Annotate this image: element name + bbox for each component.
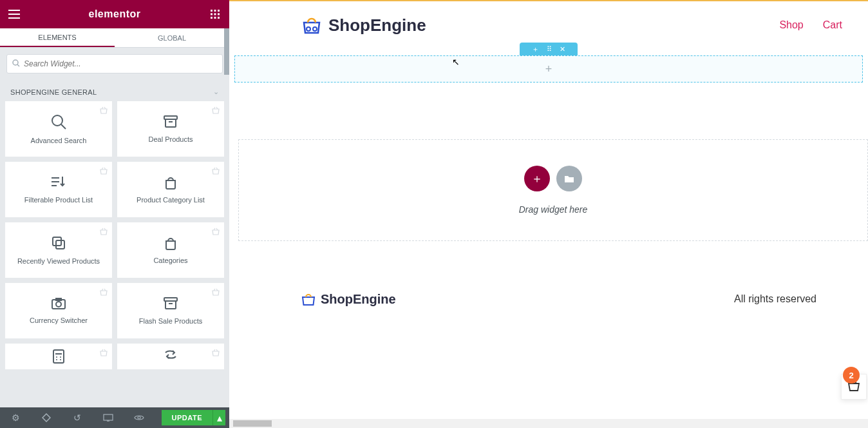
basket-icon: [211, 166, 220, 177]
search-icon: [50, 113, 67, 130]
horizontal-scrollbar[interactable]: [229, 419, 868, 428]
widget-currency-switcher[interactable]: Currency Switcher: [5, 283, 112, 338]
svg-rect-5: [218, 14, 220, 15]
svg-rect-27: [53, 350, 64, 363]
add-widget-button[interactable]: ＋: [524, 166, 550, 191]
svg-line-10: [17, 64, 19, 66]
refresh-icon: [164, 349, 178, 360]
navigator-icon[interactable]: [31, 407, 62, 428]
widget-partial-2[interactable]: [117, 344, 224, 369]
tab-global[interactable]: GLOBAL: [115, 28, 229, 47]
widgets-grid: Advanced Search Deal Products Filterable…: [0, 101, 229, 369]
update-button[interactable]: UPDATE: [162, 410, 212, 425]
svg-rect-33: [104, 414, 113, 420]
basket-icon: [99, 166, 108, 177]
basket-icon: [211, 226, 220, 238]
elementor-sidebar: elementor ELEMENTS GLOBAL SHOPENGINE GEN…: [0, 0, 229, 428]
svg-rect-20: [56, 240, 64, 249]
svg-rect-25: [165, 301, 176, 309]
cart-fab[interactable]: 2: [841, 374, 867, 400]
widget-label: Filterable Product List: [24, 196, 93, 204]
widget-label: Flash Sale Products: [139, 317, 202, 325]
svg-point-37: [313, 27, 317, 31]
list-sort-icon: [50, 175, 67, 190]
section-title: SHOPENGINE GENERAL: [10, 88, 97, 96]
archive-icon: [163, 115, 178, 129]
search-icon: [12, 58, 20, 70]
section-header[interactable]: SHOPENGINE GENERAL ⌄: [0, 80, 229, 101]
widget-label: Product Category List: [137, 196, 205, 204]
update-dropdown[interactable]: ▴: [212, 410, 225, 425]
brand-label: elementor: [89, 8, 141, 20]
svg-rect-14: [165, 119, 176, 127]
footer-logo[interactable]: ShopEngine: [300, 291, 396, 307]
section-wrapper: ＋ ⠿ ✕ +: [229, 50, 868, 88]
canvas: ShopEngine Shop Cart ＋ ⠿ ✕ + ＋ Drag widg…: [229, 0, 868, 428]
widget-label: Categories: [153, 257, 187, 264]
apps-icon[interactable]: [207, 6, 223, 22]
svg-point-32: [60, 359, 61, 360]
svg-rect-3: [211, 14, 212, 15]
section-toolbar: ＋ ⠿ ✕: [520, 43, 578, 55]
search-widget-box: [6, 54, 223, 73]
widget-product-category-list[interactable]: Product Category List: [117, 162, 224, 217]
widget-filterable-product-list[interactable]: Filterable Product List: [5, 162, 112, 217]
nav-shop[interactable]: Shop: [779, 19, 803, 31]
calculator-icon: [52, 349, 65, 364]
svg-line-12: [61, 124, 66, 129]
drop-hint: Drag widget here: [519, 204, 588, 215]
logo-text: ShopEngine: [328, 15, 426, 35]
add-section-icon[interactable]: ＋: [532, 44, 539, 54]
template-library-button[interactable]: [556, 166, 582, 191]
widget-deal-products[interactable]: Deal Products: [117, 101, 224, 157]
site-footer: ShopEngine All rights reserved: [229, 280, 868, 318]
svg-point-30: [60, 356, 61, 358]
basket-icon: [211, 347, 220, 359]
svg-point-29: [56, 356, 57, 358]
sidebar-tabs: ELEMENTS GLOBAL: [0, 28, 229, 48]
site-logo[interactable]: ShopEngine: [300, 15, 426, 35]
sidebar-footer: ⚙ ↺ UPDATE ▴: [0, 407, 229, 428]
menu-icon[interactable]: [6, 6, 22, 22]
svg-point-9: [13, 60, 18, 65]
widget-recently-viewed[interactable]: Recently Viewed Products: [5, 222, 112, 278]
responsive-icon[interactable]: [93, 407, 124, 428]
svg-rect-0: [211, 10, 212, 12]
drop-zone[interactable]: ＋ Drag widget here: [238, 139, 868, 241]
cart-count-badge: 2: [843, 367, 860, 384]
widget-label: Recently Viewed Products: [17, 257, 100, 265]
preview-icon[interactable]: [124, 407, 155, 428]
svg-rect-19: [53, 237, 61, 246]
svg-point-22: [56, 302, 61, 307]
svg-rect-1: [214, 10, 216, 12]
basket-icon: [99, 287, 108, 298]
nav-cart[interactable]: Cart: [823, 19, 842, 31]
basket-icon: [99, 347, 108, 359]
widget-flash-sale[interactable]: Flash Sale Products: [117, 283, 224, 338]
history-icon[interactable]: ↺: [62, 407, 93, 428]
search-input[interactable]: [24, 59, 217, 68]
copy-icon: [51, 235, 66, 251]
widget-advanced-search[interactable]: Advanced Search: [5, 101, 112, 157]
edit-section-icon[interactable]: ⠿: [547, 45, 552, 54]
svg-rect-2: [218, 10, 220, 12]
svg-rect-7: [214, 17, 216, 19]
footer-rights: All rights reserved: [734, 293, 816, 305]
basket-icon: [99, 105, 108, 117]
svg-point-36: [307, 27, 310, 31]
settings-icon[interactable]: ⚙: [0, 407, 31, 428]
widget-categories[interactable]: Categories: [117, 222, 224, 278]
svg-rect-8: [218, 17, 220, 19]
svg-rect-4: [214, 14, 216, 15]
plus-icon: +: [545, 63, 552, 76]
bag-icon: [164, 175, 178, 190]
svg-point-31: [56, 359, 57, 360]
sidebar-topbar: elementor: [0, 0, 229, 28]
basket-icon: [211, 105, 220, 117]
close-section-icon[interactable]: ✕: [560, 45, 565, 54]
basket-icon: [99, 226, 108, 238]
tab-elements[interactable]: ELEMENTS: [0, 28, 115, 47]
empty-section[interactable]: +: [234, 55, 863, 83]
widget-partial-1[interactable]: [5, 344, 112, 369]
camera-icon: [51, 297, 66, 310]
